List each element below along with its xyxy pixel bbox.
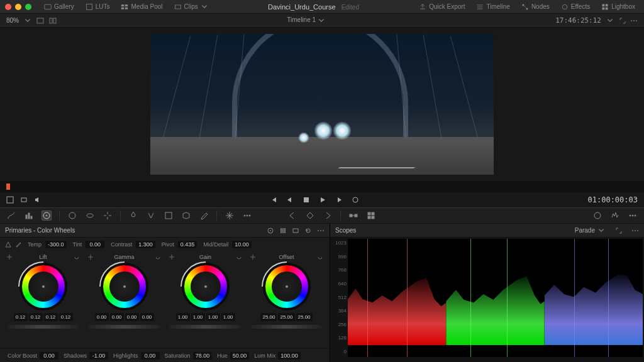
temp-value[interactable]: -300.0 <box>45 241 67 248</box>
wheels-mode-icon[interactable] <box>267 227 274 234</box>
gain-wheel[interactable] <box>182 263 230 310</box>
scrubber[interactable] <box>0 181 644 192</box>
3d-icon[interactable] <box>181 211 191 221</box>
stop-icon[interactable] <box>303 196 310 204</box>
options-icon[interactable] <box>317 227 325 234</box>
gamma-b[interactable]: 0.00 <box>140 313 154 321</box>
keyframe-prev-icon[interactable] <box>287 211 297 221</box>
wheels-icon[interactable] <box>42 211 52 221</box>
prev-frame-icon[interactable] <box>286 196 294 204</box>
zoom-control[interactable]: 80% <box>6 17 57 25</box>
node-graph-icon[interactable] <box>348 211 358 221</box>
eyedropper-icon[interactable] <box>199 211 209 221</box>
gamma-r[interactable]: 0.00 <box>110 313 124 321</box>
auto-balance-icon[interactable] <box>5 241 11 248</box>
more-options-icon[interactable] <box>628 211 638 221</box>
offset-b[interactable]: 25.00 <box>296 313 313 321</box>
tracking-icon[interactable] <box>103 211 113 221</box>
gain-y[interactable]: 1.00 <box>176 313 190 321</box>
reset-icon[interactable] <box>74 254 80 260</box>
offset-r[interactable]: 25.00 <box>260 313 277 321</box>
chevron-down-icon[interactable] <box>24 17 31 25</box>
scope-mode-dropdown[interactable]: Parade <box>575 227 605 234</box>
key-icon[interactable] <box>146 211 156 221</box>
first-frame-icon[interactable] <box>270 196 277 204</box>
colboost-value[interactable]: 0.00 <box>40 352 58 359</box>
picker-icon[interactable] <box>6 254 13 260</box>
keyframe-next-icon[interactable] <box>323 211 333 221</box>
maximize-icon[interactable] <box>25 4 31 10</box>
still-icon[interactable] <box>6 196 14 204</box>
expand-icon[interactable] <box>619 17 626 25</box>
gamma-master[interactable] <box>89 325 160 329</box>
shadows-value[interactable]: -1.00 <box>89 352 108 359</box>
lift-g[interactable]: 0.12 <box>44 313 58 321</box>
pick-white-icon[interactable] <box>15 241 21 248</box>
speaker-icon[interactable] <box>34 196 42 204</box>
grab-still-icon[interactable] <box>20 196 28 204</box>
picker-icon[interactable] <box>169 254 175 260</box>
lift-y[interactable]: 0.12 <box>14 313 28 321</box>
loop-icon[interactable] <box>352 196 359 204</box>
fx-icon[interactable] <box>225 211 235 221</box>
gain-master[interactable] <box>170 325 241 329</box>
timeline-name[interactable]: Timeline 1 <box>57 16 555 24</box>
lummix-value[interactable]: 100.00 <box>278 352 301 359</box>
gamma-y[interactable]: 0.00 <box>95 313 109 321</box>
reset-icon[interactable] <box>155 254 161 260</box>
bars-mode-icon[interactable] <box>279 227 287 234</box>
next-frame-icon[interactable] <box>335 196 343 204</box>
sizing-icon[interactable] <box>164 211 174 221</box>
tint-value[interactable]: 0.00 <box>86 241 104 248</box>
qualifier-icon[interactable] <box>67 211 77 221</box>
scope-settings-icon[interactable] <box>592 211 602 221</box>
parade-scope[interactable] <box>348 239 643 357</box>
lift-master[interactable] <box>8 325 79 329</box>
contrast-value[interactable]: 1.300 <box>136 241 155 248</box>
log-mode-icon[interactable] <box>292 227 299 234</box>
gallery-grid-icon[interactable] <box>366 211 376 221</box>
mediapool-button[interactable]: Media Pool <box>117 2 166 12</box>
highlights-value[interactable]: 0.00 <box>141 352 160 359</box>
blur-icon[interactable] <box>128 211 138 221</box>
gain-r[interactable]: 1.00 <box>191 313 205 321</box>
single-viewer-icon[interactable] <box>36 17 44 25</box>
gain-g[interactable]: 1.00 <box>206 313 220 321</box>
reset-icon[interactable] <box>317 254 323 260</box>
gain-b[interactable]: 1.00 <box>221 313 235 321</box>
play-icon[interactable] <box>319 196 326 204</box>
chevron-down-icon[interactable] <box>606 17 614 25</box>
expand-icon[interactable] <box>615 227 623 234</box>
nodes-button[interactable]: Nodes <box>518 2 553 12</box>
viewer[interactable] <box>0 28 644 181</box>
offset-master[interactable] <box>251 325 322 329</box>
reset-icon[interactable] <box>236 254 242 260</box>
chevron-down-icon[interactable] <box>318 17 325 25</box>
mid-value[interactable]: 10.00 <box>232 241 252 248</box>
picker-icon[interactable] <box>87 254 94 260</box>
reset-icon[interactable] <box>304 227 312 234</box>
minimize-icon[interactable] <box>15 4 21 10</box>
bars-icon[interactable] <box>24 211 34 221</box>
options-icon[interactable] <box>630 17 638 25</box>
options-icon[interactable] <box>631 227 639 234</box>
lift-wheel[interactable] <box>19 263 67 310</box>
luts-button[interactable]: LUTs <box>82 2 114 12</box>
lift-r[interactable]: 0.12 <box>29 313 43 321</box>
gamma-wheel[interactable] <box>101 263 148 310</box>
quickexport-button[interactable]: Quick Export <box>415 2 469 12</box>
clips-button[interactable]: Clips <box>170 2 212 12</box>
curves-icon[interactable] <box>6 211 16 221</box>
close-icon[interactable] <box>5 4 11 10</box>
lightbox-button[interactable]: Lightbox <box>597 2 639 12</box>
offset-g[interactable]: 25.00 <box>278 313 294 321</box>
window-icon[interactable] <box>85 211 95 221</box>
keyframe-icon[interactable] <box>305 211 315 221</box>
hue-value[interactable]: 50.00 <box>230 352 250 359</box>
effects-button[interactable]: Effects <box>557 2 594 12</box>
offset-wheel[interactable] <box>263 263 311 310</box>
pivot-value[interactable]: 0.435 <box>178 241 197 248</box>
gallery-button[interactable]: Gallery <box>40 2 78 12</box>
saturation-value[interactable]: 78.00 <box>193 352 213 359</box>
playhead[interactable] <box>6 184 10 190</box>
